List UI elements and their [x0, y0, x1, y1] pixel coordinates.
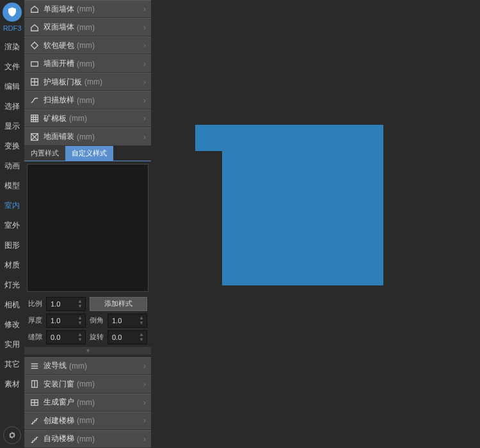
nav-file[interactable]: 文件: [0, 57, 24, 77]
unit-label: (mm): [77, 96, 95, 105]
accordion-mineral-board[interactable]: 矿棉板 (mm) ›: [24, 109, 151, 127]
nav-render[interactable]: 渲染: [0, 37, 24, 57]
window-icon: [29, 379, 40, 389]
nav-modify[interactable]: 修改: [0, 315, 24, 335]
accordion-waveguide[interactable]: 波导线 (mm) ›: [24, 357, 151, 375]
nav-select[interactable]: 选择: [0, 97, 24, 116]
nav-utility[interactable]: 实用: [0, 335, 24, 355]
stepper-arrows-icon[interactable]: ▲▼: [139, 332, 144, 342]
accordion-softpack[interactable]: 软包硬包 (mm) ›: [24, 36, 151, 54]
tab-builtin-style[interactable]: 内置样式: [24, 146, 65, 161]
chevron-right-icon: ›: [143, 77, 146, 86]
accordion-single-wall[interactable]: 单面墙体 (mm) ›: [24, 0, 151, 18]
accordion-label: 安装门窗: [44, 379, 74, 390]
stepper-arrows-icon[interactable]: ▲▼: [77, 299, 83, 309]
accordion-label: 双面墙体: [44, 22, 74, 33]
tool-panel: 单面墙体 (mm) › 双面墙体 (mm) › 软包硬包 (mm) › 墙面开槽…: [24, 0, 151, 448]
lines-icon: [29, 361, 40, 371]
diamond-icon: [29, 40, 40, 51]
nav-light[interactable]: 灯光: [0, 275, 24, 295]
accordion-auto-stairs[interactable]: 自动楼梯 (mm) ›: [24, 430, 151, 448]
property-grid: 比例 1.0▲▼ 添加样式 厚度 1.0▲▼ 倒角 1.0▲▼ 缝隙 0.0▲▼…: [24, 294, 151, 347]
stepper-arrows-icon[interactable]: ▲▼: [139, 316, 144, 326]
unit-label: (mm): [69, 362, 87, 371]
accordion-create-stairs[interactable]: 创建楼梯 (mm) ›: [24, 412, 151, 429]
floor-paving-panel: 内置样式 自定义样式 比例 1.0▲▼ 添加样式 厚度 1.0▲▼ 倒角 1.0…: [24, 146, 151, 357]
viewport-3d[interactable]: [151, 0, 480, 448]
scale-input[interactable]: 1.0▲▼: [46, 297, 86, 311]
accordion-label: 波导线: [44, 360, 67, 371]
tab-custom-style[interactable]: 自定义样式: [65, 146, 113, 161]
svg-rect-0: [31, 61, 38, 66]
accordion-label: 矿棉板: [44, 113, 67, 124]
collapse-handle[interactable]: ▾: [24, 347, 151, 355]
style-tabbar: 内置样式 自定义样式: [24, 146, 151, 161]
nav-interior[interactable]: 室内: [0, 196, 24, 216]
unit-label: (mm): [77, 435, 95, 444]
accordion-label: 软包硬包: [44, 40, 74, 51]
unit-label: (mm): [77, 41, 95, 50]
nav-other[interactable]: 其它: [0, 355, 24, 374]
nav-model[interactable]: 模型: [0, 176, 24, 196]
viewport-shape: [222, 125, 383, 285]
unit-label: (mm): [69, 114, 87, 123]
chevron-right-icon: ›: [143, 60, 146, 68]
gear-icon: [8, 431, 17, 440]
path-icon: [29, 95, 40, 106]
accordion-wainscot[interactable]: 护墙板门板 (mm) ›: [24, 73, 151, 91]
stepper-arrows-icon[interactable]: ▲▼: [77, 332, 83, 342]
nav-material[interactable]: 材质: [0, 255, 24, 275]
chevron-right-icon: ›: [143, 23, 146, 32]
unit-label: (mm): [77, 416, 95, 425]
add-style-button[interactable]: 添加样式: [90, 297, 147, 311]
nav-transform[interactable]: 变换: [0, 136, 24, 156]
grid-icon: [29, 77, 40, 87]
thickness-input[interactable]: 1.0▲▼: [46, 314, 86, 328]
chevron-right-icon: ›: [143, 132, 146, 141]
accordion-floor-paving[interactable]: 地面铺装 (mm) ›: [24, 127, 151, 145]
accordion-double-wall[interactable]: 双面墙体 (mm) ›: [24, 18, 151, 36]
gap-label: 缝隙: [28, 332, 42, 342]
nav-exterior[interactable]: 室外: [0, 216, 24, 236]
stairs2-icon: [29, 434, 40, 444]
chamfer-input[interactable]: 1.0▲▼: [108, 314, 147, 328]
chevron-right-icon: ›: [143, 416, 146, 425]
accordion-generate-window[interactable]: 生成窗户 (mm) ›: [24, 394, 151, 412]
rotate-input[interactable]: 0.0▲▼: [108, 330, 147, 344]
nav-display[interactable]: 显示: [0, 116, 24, 136]
chevron-right-icon: ›: [143, 41, 146, 50]
nav-shape[interactable]: 图形: [0, 236, 24, 255]
gap-input[interactable]: 0.0▲▼: [46, 330, 86, 344]
chevron-right-icon: ›: [143, 435, 146, 444]
tile-icon: [29, 132, 40, 142]
unit-label: (mm): [77, 398, 95, 407]
thickness-label: 厚度: [28, 316, 42, 325]
accordion-sweep[interactable]: 扫描放样 (mm) ›: [24, 91, 151, 109]
settings-button[interactable]: [3, 426, 21, 444]
chevron-right-icon: ›: [143, 380, 146, 388]
style-preview[interactable]: [27, 164, 148, 292]
house-icon: [29, 4, 40, 14]
nav-animation[interactable]: 动画: [0, 156, 24, 176]
chamfer-label: 倒角: [90, 316, 104, 325]
unit-label: (mm): [77, 60, 95, 68]
unit-label: (mm): [84, 77, 102, 86]
accordion-label: 单面墙体: [44, 4, 74, 15]
viewport-shape: [195, 125, 222, 151]
sidebar-left: RDF3 渲染 文件 编辑 选择 显示 变换 动画 模型 室内 室外 图形 材质…: [0, 0, 24, 448]
window2-icon: [29, 397, 40, 408]
shield-icon: [6, 6, 18, 18]
unit-label: (mm): [77, 23, 95, 32]
nav-assets[interactable]: 素材: [0, 374, 24, 394]
chevron-right-icon: ›: [143, 4, 146, 13]
nav-edit[interactable]: 编辑: [0, 77, 24, 97]
chevron-right-icon: ›: [143, 362, 146, 371]
accordion-install-doorwindow[interactable]: 安装门窗 (mm) ›: [24, 375, 151, 393]
accordion-wall-groove[interactable]: 墙面开槽 (mm) ›: [24, 54, 151, 72]
accordion-label: 自动楼梯: [44, 433, 74, 444]
house-icon: [29, 22, 40, 33]
app-logo: [3, 3, 22, 22]
scale-label: 比例: [28, 299, 42, 308]
nav-camera[interactable]: 相机: [0, 295, 24, 315]
stepper-arrows-icon[interactable]: ▲▼: [77, 316, 83, 326]
